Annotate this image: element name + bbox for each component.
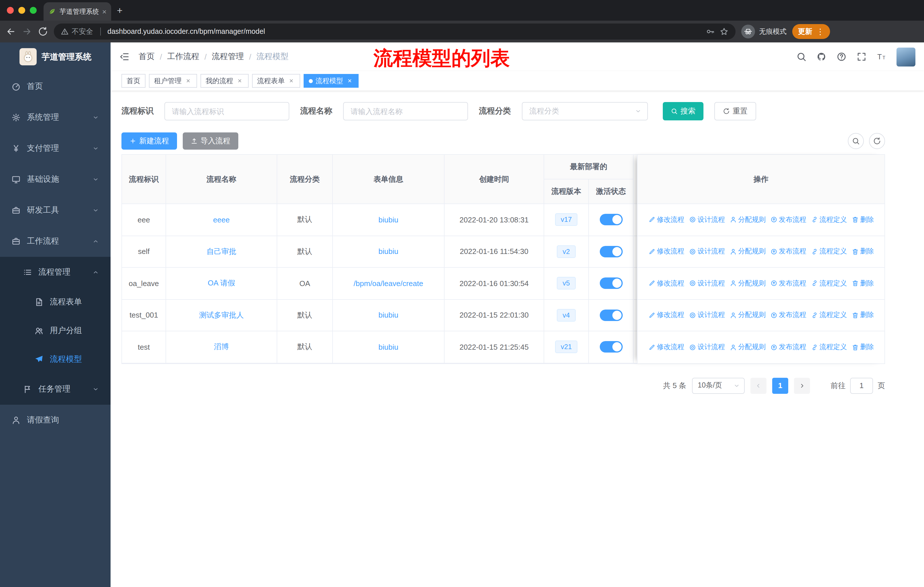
import-process-button[interactable]: 导入流程	[183, 132, 238, 150]
action-publish[interactable]: 发布流程	[770, 247, 806, 256]
fullscreen-icon[interactable]	[856, 51, 867, 62]
security-indicator[interactable]: 不安全	[61, 26, 93, 36]
action-design[interactable]: 设计流程	[689, 215, 725, 225]
process-name-link[interactable]: eeee	[213, 215, 230, 224]
process-name-link[interactable]: 自己审批	[206, 246, 236, 257]
form-link[interactable]: /bpm/oa/leave/create	[354, 279, 423, 288]
sidebar-item-devtools[interactable]: 研发工具	[0, 195, 111, 226]
sidebar-item-workflow[interactable]: 工作流程	[0, 226, 111, 257]
collapse-sidebar-icon[interactable]	[119, 51, 129, 62]
search-icon[interactable]	[796, 51, 807, 62]
minimize-window-button[interactable]	[18, 7, 25, 14]
action-edit[interactable]: 修改流程	[648, 247, 684, 256]
reload-icon[interactable]	[38, 26, 48, 37]
form-link[interactable]: biubiu	[378, 343, 398, 351]
active-toggle[interactable]	[599, 341, 622, 353]
tag-my-process[interactable]: 我的流程 ×	[201, 74, 249, 88]
sidebar-item-process-model[interactable]: 流程模型	[0, 345, 111, 374]
active-toggle[interactable]	[599, 246, 622, 257]
action-assign[interactable]: 分配规则	[729, 247, 766, 256]
table-search-button[interactable]	[848, 133, 864, 149]
tag-process-form[interactable]: 流程表单 ×	[252, 74, 300, 88]
action-edit[interactable]: 修改流程	[648, 311, 684, 320]
new-tab-button[interactable]: +	[117, 5, 122, 17]
action-publish[interactable]: 发布流程	[770, 342, 806, 352]
tag-tenant-management[interactable]: 租户管理 ×	[149, 74, 197, 88]
action-definition[interactable]: 流程定义	[811, 247, 847, 256]
action-delete[interactable]: 删除	[851, 215, 874, 225]
process-name-link[interactable]: 滔博	[214, 342, 229, 352]
action-assign[interactable]: 分配规则	[729, 279, 766, 288]
browser-tab[interactable]: 芋道管理系统 ×	[43, 2, 111, 21]
close-window-button[interactable]	[7, 7, 14, 14]
sidebar-item-home[interactable]: 首页	[0, 71, 111, 102]
form-link[interactable]: biubiu	[378, 215, 398, 224]
action-delete[interactable]: 删除	[851, 342, 874, 352]
form-link[interactable]: biubiu	[378, 247, 398, 256]
tag-close-icon[interactable]: ×	[185, 77, 192, 85]
next-page-button[interactable]	[794, 377, 810, 394]
action-publish[interactable]: 发布流程	[770, 311, 806, 320]
font-size-icon[interactable]	[876, 51, 887, 62]
browser-menu-icon[interactable]: ⋮	[816, 27, 824, 36]
tag-home[interactable]: 首页	[121, 74, 145, 88]
action-definition[interactable]: 流程定义	[811, 311, 847, 320]
action-edit[interactable]: 修改流程	[648, 342, 684, 352]
action-definition[interactable]: 流程定义	[811, 279, 847, 288]
address-bar[interactable]: 不安全 dashboard.yudao.iocoder.cn/bpm/manag…	[54, 23, 736, 40]
sidebar-item-task-management[interactable]: 任务管理	[0, 374, 111, 405]
breadcrumb-item-process-management[interactable]: 流程管理	[212, 51, 244, 62]
search-button[interactable]: 搜索	[663, 102, 703, 121]
back-icon[interactable]	[6, 26, 16, 37]
tag-close-icon[interactable]: ×	[287, 77, 295, 85]
breadcrumb-item-home[interactable]: 首页	[139, 51, 155, 62]
sidebar-item-user-group[interactable]: 用户分组	[0, 316, 111, 345]
action-publish[interactable]: 发布流程	[770, 279, 806, 288]
action-design[interactable]: 设计流程	[689, 279, 725, 288]
action-delete[interactable]: 删除	[851, 247, 874, 256]
create-process-button[interactable]: 新建流程	[121, 132, 177, 150]
action-assign[interactable]: 分配规则	[729, 311, 766, 320]
action-definition[interactable]: 流程定义	[811, 215, 847, 225]
tag-close-icon[interactable]: ×	[346, 77, 353, 85]
update-button[interactable]: 更新 ⋮	[792, 24, 830, 39]
action-delete[interactable]: 删除	[851, 279, 874, 288]
sidebar-item-infrastructure[interactable]: 基础设施	[0, 164, 111, 195]
sidebar-item-payment[interactable]: 支付管理	[0, 133, 111, 164]
process-name-link[interactable]: 测试多审批人	[199, 310, 244, 321]
sidebar-item-process-form[interactable]: 流程表单	[0, 288, 111, 316]
goto-input[interactable]	[850, 377, 873, 394]
action-design[interactable]: 设计流程	[689, 342, 725, 352]
filter-category-select[interactable]: 流程分类	[522, 102, 648, 121]
star-icon[interactable]	[719, 27, 729, 36]
sidebar-item-process-management[interactable]: 流程管理	[0, 257, 111, 288]
prev-page-button[interactable]	[751, 377, 766, 394]
action-delete[interactable]: 删除	[851, 311, 874, 320]
action-design[interactable]: 设计流程	[689, 247, 725, 256]
filter-key-input[interactable]	[164, 102, 289, 121]
page-1-button[interactable]: 1	[772, 377, 788, 394]
action-edit[interactable]: 修改流程	[648, 279, 684, 288]
filter-name-input[interactable]	[343, 102, 468, 121]
sidebar-item-leave-query[interactable]: 请假查询	[0, 405, 111, 436]
table-refresh-button[interactable]	[869, 133, 885, 149]
active-toggle[interactable]	[599, 309, 622, 321]
action-assign[interactable]: 分配规则	[729, 342, 766, 352]
github-icon[interactable]	[816, 51, 827, 62]
breadcrumb-item-workflow[interactable]: 工作流程	[167, 51, 200, 62]
key-icon[interactable]	[706, 27, 715, 36]
action-edit[interactable]: 修改流程	[648, 215, 684, 225]
action-design[interactable]: 设计流程	[689, 311, 725, 320]
zoom-window-button[interactable]	[30, 7, 37, 14]
sidebar-item-system[interactable]: 系统管理	[0, 102, 111, 133]
active-toggle[interactable]	[599, 278, 622, 289]
action-assign[interactable]: 分配规则	[729, 215, 766, 225]
forward-icon[interactable]	[22, 26, 32, 37]
form-link[interactable]: biubiu	[378, 311, 398, 319]
action-publish[interactable]: 发布流程	[770, 215, 806, 225]
help-icon[interactable]	[837, 51, 846, 62]
page-size-select[interactable]: 10条/页	[692, 377, 745, 394]
tab-close-icon[interactable]: ×	[102, 7, 107, 16]
tag-close-icon[interactable]: ×	[236, 77, 243, 85]
active-toggle[interactable]	[599, 214, 622, 226]
